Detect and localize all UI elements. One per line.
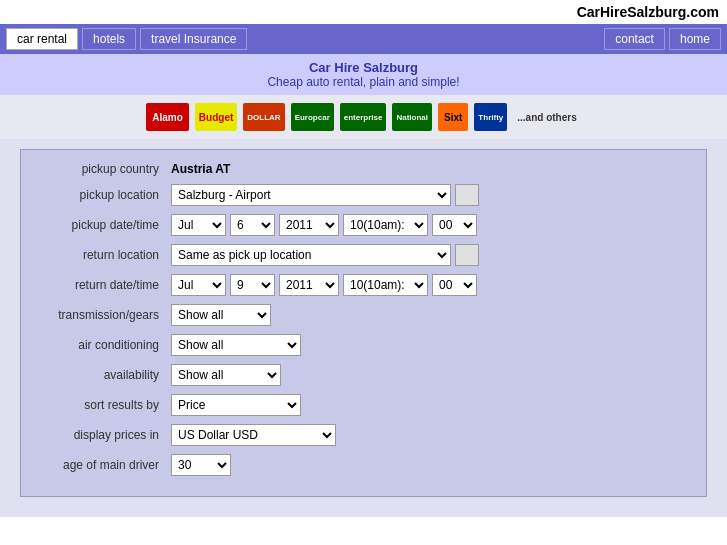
navigation-bar: car rental hotels travel Insurance conta… <box>0 24 727 54</box>
return-location-select[interactable]: Same as pick up location <box>171 244 451 266</box>
availability-control: Show all <box>171 364 696 386</box>
pickup-datetime-label: pickup date/time <box>31 218 171 232</box>
transmission-select[interactable]: Show all <box>171 304 271 326</box>
age-label: age of main driver <box>31 458 171 472</box>
ac-control: Show all <box>171 334 696 356</box>
transmission-control: Show all <box>171 304 696 326</box>
availability-select[interactable]: Show all <box>171 364 281 386</box>
ac-label: air conditioning <box>31 338 171 352</box>
return-day-select[interactable]: 9 <box>230 274 275 296</box>
pickup-location-control: Salzburg - Airport <box>171 184 696 206</box>
return-month-select[interactable]: Jul <box>171 274 226 296</box>
brand-budget: Budget <box>195 103 237 131</box>
return-datetime-row: return date/time Jul 9 2011 10(10am): 00 <box>31 274 696 296</box>
banner: Car Hire Salzburg Cheap auto rental, pla… <box>0 54 727 95</box>
return-location-control: Same as pick up location <box>171 244 696 266</box>
pickup-datetime-row: pickup date/time Jul 6 2011 10(10am): 00 <box>31 214 696 236</box>
availability-label: availability <box>31 368 171 382</box>
return-datetime-control: Jul 9 2011 10(10am): 00 <box>171 274 696 296</box>
banner-title: Car Hire Salzburg <box>0 60 727 75</box>
pickup-country-row: pickup country Austria AT <box>31 162 696 176</box>
pickup-month-select[interactable]: Jul <box>171 214 226 236</box>
sort-row: sort results by Price <box>31 394 696 416</box>
nav-left: car rental hotels travel Insurance <box>6 28 247 50</box>
age-row: age of main driver 30 <box>31 454 696 476</box>
banner-subtitle: Cheap auto rental, plain and simple! <box>0 75 727 89</box>
pickup-datetime-control: Jul 6 2011 10(10am): 00 <box>171 214 696 236</box>
pickup-country-control: Austria AT <box>171 162 696 176</box>
nav-right: contact home <box>604 28 721 50</box>
nav-travel-insurance[interactable]: travel Insurance <box>140 28 247 50</box>
brand-europcar: Europcar <box>291 103 334 131</box>
pickup-location-row: pickup location Salzburg - Airport <box>31 184 696 206</box>
nav-hotels[interactable]: hotels <box>82 28 136 50</box>
pickup-country-value: Austria AT <box>171 162 230 176</box>
search-form: pickup country Austria AT pickup locatio… <box>20 149 707 497</box>
pickup-location-label: pickup location <box>31 188 171 202</box>
transmission-row: transmission/gears Show all <box>31 304 696 326</box>
currency-select[interactable]: US Dollar USD <box>171 424 336 446</box>
main-form-container: pickup country Austria AT pickup locatio… <box>0 139 727 517</box>
site-name: CarHireSalzburg.com <box>577 4 719 20</box>
return-location-label: return location <box>31 248 171 262</box>
brand-dollar: DOLLAR <box>243 103 284 131</box>
currency-label: display prices in <box>31 428 171 442</box>
nav-home[interactable]: home <box>669 28 721 50</box>
sort-select[interactable]: Price <box>171 394 301 416</box>
brand-sixt: Sixt <box>438 103 468 131</box>
availability-row: availability Show all <box>31 364 696 386</box>
age-select[interactable]: 30 <box>171 454 231 476</box>
brand-enterprise: enterprise <box>340 103 387 131</box>
return-location-row: return location Same as pick up location <box>31 244 696 266</box>
brand-alamo: Alamo <box>146 103 189 131</box>
return-hour-select[interactable]: 10(10am): <box>343 274 428 296</box>
brand-thrifty: Thrifty <box>474 103 507 131</box>
pickup-country-label: pickup country <box>31 162 171 176</box>
ac-select[interactable]: Show all <box>171 334 301 356</box>
return-minute-select[interactable]: 00 <box>432 274 477 296</box>
pickup-day-select[interactable]: 6 <box>230 214 275 236</box>
ac-row: air conditioning Show all <box>31 334 696 356</box>
pickup-hour-select[interactable]: 10(10am): <box>343 214 428 236</box>
return-map-button[interactable] <box>455 244 479 266</box>
nav-contact[interactable]: contact <box>604 28 665 50</box>
site-header: CarHireSalzburg.com <box>0 0 727 24</box>
pickup-map-button[interactable] <box>455 184 479 206</box>
brand-national: National <box>392 103 432 131</box>
brand-others: ...and others <box>513 103 580 131</box>
pickup-year-select[interactable]: 2011 <box>279 214 339 236</box>
nav-car-rental[interactable]: car rental <box>6 28 78 50</box>
pickup-location-select[interactable]: Salzburg - Airport <box>171 184 451 206</box>
pickup-minute-select[interactable]: 00 <box>432 214 477 236</box>
age-control: 30 <box>171 454 696 476</box>
sort-label: sort results by <box>31 398 171 412</box>
transmission-label: transmission/gears <box>31 308 171 322</box>
currency-control: US Dollar USD <box>171 424 696 446</box>
return-year-select[interactable]: 2011 <box>279 274 339 296</box>
currency-row: display prices in US Dollar USD <box>31 424 696 446</box>
return-datetime-label: return date/time <box>31 278 171 292</box>
sort-control: Price <box>171 394 696 416</box>
brands-row: Alamo Budget DOLLAR Europcar enterprise … <box>0 95 727 139</box>
